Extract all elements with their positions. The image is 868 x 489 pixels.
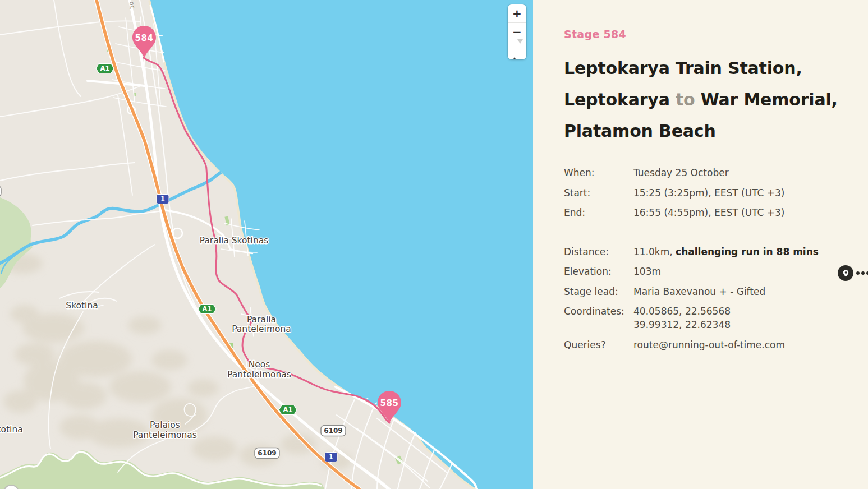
trail-dot xyxy=(861,271,865,275)
stage-details-list: When: Tuesday 25 October Start: 15:25 (3… xyxy=(564,166,868,352)
position-pin-button[interactable] xyxy=(838,265,853,281)
marker-start-label: 584 xyxy=(135,33,154,43)
pitch-control-button[interactable] xyxy=(508,41,526,59)
detail-label: Stage lead: xyxy=(564,285,633,298)
detail-row-queries: Queries? route@running-out-of-time.com xyxy=(564,338,868,352)
stage-title-line2-pre: Leptokarya xyxy=(564,90,676,109)
place-label: Paralia xyxy=(247,315,276,325)
badge-text: A1 xyxy=(203,305,212,313)
road-badge-a1: A1 xyxy=(198,305,216,314)
zoom-in-button[interactable]: + xyxy=(508,4,526,22)
map-svg: A1 A1 A1 1 1 6109 xyxy=(0,0,533,489)
stage-title: Leptokarya Train Station, Leptokarya to … xyxy=(564,53,844,147)
place-label: Paralia Skotinas xyxy=(200,236,269,246)
place-label: Panteleimonas xyxy=(133,430,197,440)
detail-value: 15:25 (3:25pm), EEST (UTC +3) xyxy=(633,186,785,200)
detail-label: End: xyxy=(564,206,633,219)
location-pin-icon xyxy=(842,269,850,278)
coordinates-line2: 39.99312, 22.62348 xyxy=(633,319,731,330)
stage-title-line3: Platamon Beach xyxy=(564,121,716,141)
details-spacer xyxy=(564,226,868,245)
stage-number-label: Stage 584 xyxy=(564,28,868,40)
detail-value: 40.05865, 22.5656839.99312, 22.62348 xyxy=(633,305,731,331)
coordinates-line1: 40.05865, 22.56568 xyxy=(633,306,731,317)
road-badge-6109: 6109 xyxy=(255,448,279,459)
detail-value: Maria Baxevanou + - Gifted xyxy=(633,285,765,298)
detail-row-start: Start: 15:25 (3:25pm), EEST (UTC +3) xyxy=(564,186,868,200)
road-badge-6109: 6109 xyxy=(321,426,346,436)
road-badge-a1: A1 xyxy=(279,405,297,415)
detail-label: Distance: xyxy=(564,245,633,259)
detail-label: When: xyxy=(564,166,633,179)
detail-label: Queries? xyxy=(564,338,633,352)
place-label: Palaios xyxy=(150,420,180,430)
detail-value: 11.0km, challenging run in 88 mins xyxy=(633,245,819,259)
stage-title-line2-post: War Memorial, xyxy=(695,90,838,109)
place-label: Panteleimona xyxy=(232,324,291,334)
road-badge-a1: A1 xyxy=(96,64,114,73)
detail-row-distance: Distance: 11.0km, challenging run in 88 … xyxy=(564,245,868,259)
detail-row-when: When: Tuesday 25 October xyxy=(564,166,868,179)
place-label: Skotina xyxy=(66,301,98,311)
detail-value: 16:55 (4:55pm), EEST (UTC +3) xyxy=(633,206,785,219)
stage-title-line1: Leptokarya Train Station, xyxy=(564,58,802,78)
badge-text: 6109 xyxy=(324,427,342,435)
place-label: Panteleimonas xyxy=(227,370,291,380)
road-badge-1: 1 xyxy=(157,195,169,204)
map-controls: + − xyxy=(508,4,526,59)
road-badge-1: 1 xyxy=(325,453,337,462)
detail-row-stage-lead: Stage lead: Maria Baxevanou + - Gifted xyxy=(564,285,868,298)
detail-row-end: End: 16:55 (4:55pm), EEST (UTC +3) xyxy=(564,206,868,219)
trail-dot xyxy=(856,271,860,275)
stage-details-panel: Stage 584 Leptokarya Train Station, Lept… xyxy=(533,0,868,489)
badge-text: 1 xyxy=(329,453,333,461)
detail-row-coordinates: Coordinates: 40.05865, 22.5656839.99312,… xyxy=(564,305,868,331)
detail-label: Elevation: xyxy=(564,265,633,278)
detail-value: Tuesday 25 October xyxy=(633,166,729,179)
distance-difficulty: challenging run in 88 mins xyxy=(676,246,819,257)
badge-text: 1 xyxy=(160,195,165,203)
map-canvas[interactable]: A1 A1 A1 1 1 6109 xyxy=(0,0,533,489)
triangle-down-icon xyxy=(517,39,523,57)
place-label: Neos xyxy=(249,359,270,370)
street-label: ος xyxy=(128,1,136,10)
queries-email-link[interactable]: route@running-out-of-time.com xyxy=(633,339,785,350)
stage-title-to: to xyxy=(676,90,695,109)
detail-label: Coordinates: xyxy=(564,305,633,331)
route-stage-page: A1 A1 A1 1 1 6109 xyxy=(0,0,868,489)
place-label: Skotina xyxy=(0,425,23,435)
distance-value: 11.0km, xyxy=(633,246,676,257)
marker-end-label: 585 xyxy=(380,398,399,408)
detail-label: Start: xyxy=(564,186,633,200)
detail-row-elevation: Elevation: 103m xyxy=(564,265,868,278)
badge-text: A1 xyxy=(100,64,110,72)
zoom-out-button[interactable]: − xyxy=(508,22,526,41)
detail-value: 103m xyxy=(633,265,661,278)
badge-text: A1 xyxy=(283,406,293,414)
road-badge-8: 8 xyxy=(0,186,1,197)
triangle-up-icon xyxy=(512,44,517,59)
badge-text: 6109 xyxy=(258,449,276,457)
